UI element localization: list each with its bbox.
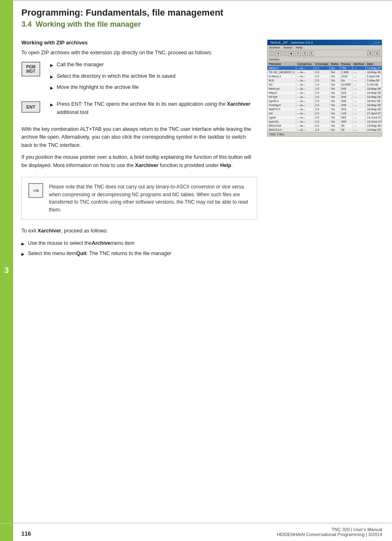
fm-col-filename: Filename <box>267 62 296 66</box>
fm-title: TANCE_ZIP - Xarchiver 0.5.3 <box>270 41 313 44</box>
table-cell: 948 <box>340 86 352 91</box>
fm-filter: Archivo <box>267 57 382 62</box>
table-cell: ---/a--- <box>296 91 314 95</box>
table-cell: No <box>330 115 340 119</box>
fm-btn-open[interactable]: ★ <box>275 51 281 56</box>
table-row: Init---/a---2.6No128---27-April-0715:04 <box>267 111 382 115</box>
table-cell: 2.6 <box>314 78 330 82</box>
table-cell: No <box>330 82 340 86</box>
table-row: Alley.h---/a---2.6No918---14-May-0812:35 <box>267 91 382 95</box>
fm-btn-new[interactable]: □ <box>269 51 274 56</box>
fm-table-header: Filename Compress. Uncompd Ratio Passw. … <box>267 62 382 66</box>
table-cell: ---/a--- <box>296 111 314 115</box>
table-cell: 903 <box>340 107 352 111</box>
table-cell: 18-May-08 <box>365 107 382 111</box>
table-cell: 12-May-07 <box>365 66 382 70</box>
table-cell: 13-June-07 <box>365 115 382 119</box>
fm-btn-info[interactable]: ℹ <box>309 51 314 56</box>
step-4: Press ENT: The TNC opens the archive fil… <box>50 100 257 116</box>
fm-btn-del[interactable]: ⊖ <box>302 51 308 56</box>
exit-bullet-2: Select the menu item Quit: The TNC retur… <box>21 250 257 258</box>
footer: 116 TNC 320 | User's Manual HEIDENHAIN C… <box>0 523 392 541</box>
table-cell: No <box>330 123 340 128</box>
fm-col-uncompd: Uncompd <box>314 62 330 66</box>
fm-menu-action[interactable]: Action <box>284 46 293 49</box>
fm-table-body: Mesh.h---/a---2.1No763---12-May-0707:52T… <box>267 66 382 132</box>
section-title: 3.4 Working with the file manager <box>21 20 382 29</box>
table-cell: 2.6 <box>314 99 330 103</box>
table-cell: 763 <box>340 66 352 70</box>
table-row: Mesh.ph---/a---2.6No948---18-May-0812:20 <box>267 86 382 91</box>
table-cell: ---/a--- <box>296 95 314 99</box>
fm-menu-help[interactable]: Help <box>296 46 302 49</box>
table-cell: 2.6 <box>314 91 330 95</box>
page-title: Programming: Fundamentals, file manageme… <box>21 7 382 18</box>
table-cell: 13-June-07 <box>365 119 382 123</box>
table-cell: 2.6 <box>314 115 330 119</box>
pgm-mgt-key: PGM MGT <box>21 62 40 77</box>
fm-statusbar: Total: 2 files <box>267 132 382 136</box>
table-cell: 940 <box>340 95 352 99</box>
pgm-key-area: PGM MGT <box>21 61 50 77</box>
tooltip-paragraph: If you position the mouse pointer over a… <box>21 153 257 169</box>
step-1: Call the file manager <box>50 61 257 69</box>
table-cell: 2.6 <box>314 74 330 78</box>
table-cell: --- <box>353 128 366 132</box>
table-row: NC---/a---2.6No519365---5-Oct-0620:44 <box>267 82 382 86</box>
table-cell: --- <box>353 107 366 111</box>
table-cell: No <box>330 66 340 70</box>
fm-col-method: Method <box>353 62 366 66</box>
table-cell: cgwin <box>267 115 296 119</box>
table-cell: TK.GK_GENERIC.h <box>267 70 296 74</box>
table-cell: --- <box>353 66 366 70</box>
table-cell: No <box>330 95 340 99</box>
fm-btn-search[interactable]: ⊕ <box>367 51 373 56</box>
table-row: openGL---/a---2.6No908---13-June-0709:48 <box>267 119 382 123</box>
table-cell: 918 <box>340 91 352 95</box>
table-row: A-Menu.h---/a---2.6No2024---6-April-0819… <box>267 74 382 78</box>
fm-col-compressed: Compress. <box>296 62 314 66</box>
fm-status-text: Total: 2 files <box>269 133 284 136</box>
table-cell: No <box>340 78 352 82</box>
table-cell: --- <box>353 82 366 86</box>
table-cell: 13-May-08 <box>365 128 382 132</box>
table-row: BRICKS.h---/a---2.6No90---13-May-0812:54 <box>267 128 382 132</box>
table-cell: 2.6 <box>314 107 330 111</box>
fm-btn-view[interactable]: ✦ <box>295 51 301 56</box>
fm-filter-label: Archivo <box>269 58 279 61</box>
two-column-layout: Working with ZIP archives To open ZIP ar… <box>21 39 382 261</box>
table-cell: No <box>330 78 340 82</box>
table-cell: 18-Nov-08 <box>365 99 382 103</box>
table-cell: 948 <box>340 103 352 107</box>
table-cell: KEYph <box>267 95 296 99</box>
fm-titlebar: TANCE_ZIP - Xarchiver 0.5.3 _ □ × <box>267 40 382 45</box>
table-cell: No <box>330 70 340 74</box>
table-cell: ---/a--- <box>296 128 314 132</box>
file-manager-screenshot: TANCE_ZIP - Xarchiver 0.5.3 _ □ × Archiv… <box>267 39 382 137</box>
footer-line2: HEIDENHAIN Conversational Programming | … <box>277 532 382 537</box>
fm-btn-stop[interactable]: ⊗ <box>374 51 380 56</box>
table-cell: 908 <box>340 119 352 123</box>
table-cell: 2.6 <box>314 123 330 128</box>
fm-menu-archive[interactable]: Archive <box>269 46 280 49</box>
table-cell: --- <box>353 70 366 74</box>
ent-key: ENT <box>21 101 40 113</box>
arrow-list-top: Call the file manager Select the directo… <box>50 61 257 91</box>
table-cell: openGL <box>267 119 296 123</box>
footer-line1: TNC 320 | User's Manual <box>277 527 382 532</box>
table-cell: 519365 <box>340 82 352 86</box>
table-cell: ---/a--- <box>296 107 314 111</box>
fm-window-buttons: _ □ × <box>372 41 379 44</box>
fm-btn-extract[interactable]: ◆ <box>288 51 294 56</box>
fm-btn-add[interactable]: + <box>282 51 287 56</box>
table-cell: Alley.h <box>267 91 296 95</box>
exit-bullet-list: Use the mouse to select the Archive menu… <box>21 239 257 258</box>
table-cell: ---/a--- <box>296 103 314 107</box>
fm-col-date: Date <box>365 62 382 66</box>
table-cell: Mesh.ph <box>267 86 296 91</box>
table-cell: 2.6 <box>314 70 330 74</box>
ent-key-row: ENT Press ENT: The TNC opens the archive… <box>21 100 257 120</box>
table-cell: No <box>330 99 340 103</box>
note-icon: ⇒ <box>28 183 43 198</box>
fm-menubar: Archive Action Help <box>267 45 382 50</box>
